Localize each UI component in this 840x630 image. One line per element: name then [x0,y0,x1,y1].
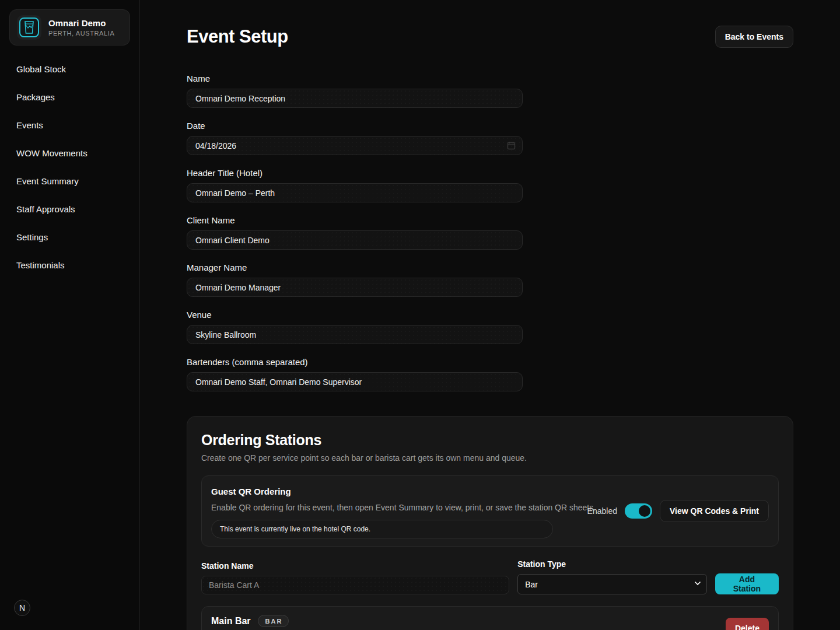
sidebar-item-settings[interactable]: Settings [0,223,139,251]
add-station-row: Station Name Station Type Bar [201,559,779,594]
station-name-field: Station Name [201,561,509,594]
ordering-stations-title: Ordering Stations [201,432,779,449]
client-name-label: Client Name [187,215,523,225]
station-name-input[interactable] [201,576,509,594]
enabled-label: Enabled [587,506,617,516]
station-type-label: Station Type [517,559,707,569]
station-info: Main Bar BAR Beer, wine, spirits, cockta… [211,615,407,630]
ordering-stations-subtitle: Create one QR per service point so each … [201,453,779,463]
sidebar-item-event-summary[interactable]: Event Summary [0,167,139,195]
glass-icon [19,18,39,37]
field-manager-name: Manager Name [187,262,523,297]
date-input[interactable] [187,136,523,155]
station-row-main-bar: Main Bar BAR Beer, wine, spirits, cockta… [201,606,779,630]
field-venue: Venue [187,310,523,344]
date-label: Date [187,121,523,131]
sidebar-item-testimonials[interactable]: Testimonials [0,251,139,279]
name-label: Name [187,74,523,83]
sidebar-nav: Global Stock Packages Events WOW Movemen… [0,55,139,279]
ordering-stations-panel: Ordering Stations Create one QR per serv… [187,416,793,630]
station-type-badge: BAR [258,615,289,627]
brand-card[interactable]: Omnari Demo PERTH, AUSTRALIA [9,9,130,46]
sidebar: Omnari Demo PERTH, AUSTRALIA Global Stoc… [0,0,140,630]
sidebar-item-global-stock[interactable]: Global Stock [0,55,139,83]
sidebar-item-staff-approvals[interactable]: Staff Approvals [0,195,139,223]
brand-text: Omnari Demo PERTH, AUSTRALIA [48,18,114,37]
client-name-input[interactable] [187,230,523,250]
station-type-field: Station Type Bar [517,559,707,594]
qr-enabled-toggle[interactable] [625,503,652,519]
event-form: Name Date [187,74,793,391]
page-title: Event Setup [187,26,288,47]
app-root: Omnari Demo PERTH, AUSTRALIA Global Stoc… [0,0,840,630]
brand-name: Omnari Demo [48,18,114,29]
field-header-title: Header Title (Hotel) [187,168,523,202]
bartenders-label: Bartenders (comma separated) [187,357,523,367]
toggle-knob [639,505,650,517]
sidebar-item-wow-movements[interactable]: WOW Movements [0,139,139,167]
venue-label: Venue [187,310,523,320]
guest-qr-card: Guest QR Ordering Enable QR ordering for… [201,475,779,547]
brand-location: PERTH, AUSTRALIA [48,30,114,37]
main-content: Event Setup Back to Events Name Date [140,0,840,630]
manager-name-label: Manager Name [187,262,523,272]
brand-logo [17,15,41,40]
field-date: Date [187,121,523,155]
sidebar-item-packages[interactable]: Packages [0,83,139,111]
field-bartenders: Bartenders (comma separated) [187,357,523,391]
view-qr-codes-button[interactable]: View QR Codes & Print [660,500,769,522]
guest-qr-title: Guest QR Ordering [211,487,769,496]
live-status-pill: This event is currently live on the hote… [211,520,553,538]
calendar-icon[interactable] [507,141,516,152]
sidebar-item-events[interactable]: Events [0,111,139,139]
station-type-select[interactable]: Bar [517,574,707,594]
field-client-name: Client Name [187,215,523,250]
station-name: Main Bar [211,616,251,626]
header-title-input[interactable] [187,183,523,202]
manager-name-input[interactable] [187,278,523,297]
venue-input[interactable] [187,325,523,344]
add-station-button[interactable]: Add Station [715,573,779,594]
bartenders-input[interactable] [187,372,523,391]
delete-station-button[interactable]: Delete [726,618,769,630]
page-header: Event Setup Back to Events [187,26,793,48]
guest-qr-controls: Enabled View QR Codes & Print [587,500,769,522]
header-title-label: Header Title (Hotel) [187,168,523,178]
name-input[interactable] [187,89,523,108]
station-name-label: Station Name [201,561,509,570]
back-to-events-button[interactable]: Back to Events [715,26,793,48]
dev-n-icon[interactable]: N [14,600,30,616]
field-name: Name [187,74,523,108]
